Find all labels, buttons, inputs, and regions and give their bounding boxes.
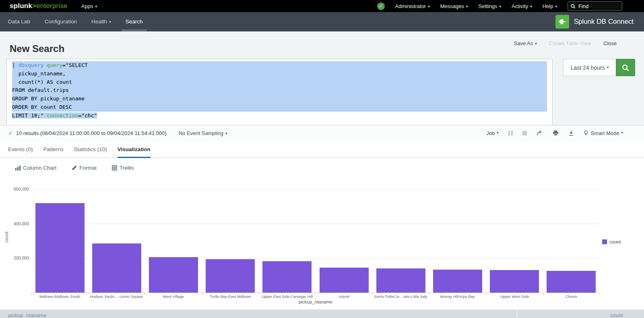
search-icon	[621, 64, 630, 72]
chevron-down-icon: ▾	[499, 4, 501, 8]
print-button[interactable]	[553, 130, 559, 136]
splunk-enterprise-logo[interactable]: splunk>enterprise	[10, 2, 68, 10]
x-category-label: Upper East Side-Carnegie Hill	[259, 294, 316, 299]
health-status-icon[interactable]: ✓	[377, 2, 385, 10]
export-button[interactable]	[568, 130, 574, 136]
logo-splunk-text: splunk	[10, 2, 32, 10]
column-chart-button[interactable]: Column Chart	[15, 165, 56, 171]
chevron-down-icon: ▾	[497, 131, 499, 135]
job-menu-button[interactable]: Job▾	[486, 130, 499, 136]
nav-item-label: Data Lab	[8, 19, 30, 25]
x-tick-mark	[372, 293, 373, 295]
nav-item-configuration[interactable]: Configuration	[45, 12, 77, 31]
app-navbar: Data LabConfigurationHealth▾Search Splun…	[0, 12, 644, 31]
x-category-label: Murray Hill-Kips Bay	[429, 294, 486, 299]
chart-bar-upper-east-side-carnegie-hill[interactable]	[262, 261, 312, 293]
chart-legend[interactable]: count	[602, 239, 621, 244]
nav-item-data-lab[interactable]: Data Lab	[8, 12, 30, 31]
query-line-1: | dbxquery query="SELECT	[7, 61, 552, 70]
chart-bar-turtle-bay-east-midtown[interactable]	[206, 259, 255, 293]
query-line-2: pickup_ntaname,	[7, 70, 552, 78]
x-category-label: Upper West Side	[486, 294, 543, 299]
close-button[interactable]: Close	[603, 40, 617, 46]
query-selection: LIMIT 10;" connection="chc"	[12, 112, 97, 118]
column-chart-icon	[15, 165, 21, 170]
query-token: count(*) AS count	[12, 79, 72, 85]
chart-bar-midtown-midtown-south[interactable]	[35, 203, 85, 293]
chart-bar-airport[interactable]	[320, 268, 369, 293]
chart-bar-upper-west-side[interactable]	[490, 270, 539, 293]
chevron-down-icon: ▾	[428, 4, 430, 8]
menu-help[interactable]: Help▾	[543, 3, 557, 9]
query-token: FROM default.trips	[12, 87, 69, 93]
find-search-box[interactable]	[568, 1, 622, 11]
stop-button[interactable]	[522, 131, 527, 135]
tab-statistics-10[interactable]: Statistics (10)	[74, 141, 107, 158]
statistics-table-header: pickup_ntaname count	[0, 310, 644, 318]
chevron-down-icon: ▾	[95, 4, 97, 8]
chevron-down-icon: ▾	[530, 4, 532, 8]
save-as-button[interactable]: Save As▾	[514, 40, 537, 46]
x-tick-mark	[316, 293, 316, 295]
tab-patterns[interactable]: Patterns	[43, 141, 64, 158]
close-label: Close	[603, 40, 617, 46]
x-axis-title: pickup_ntaname	[31, 299, 600, 304]
stop-icon	[522, 131, 527, 135]
menu-administrator-label: Administrator	[395, 3, 426, 9]
search-submit-button[interactable]	[616, 59, 635, 76]
topbar: splunk>enterprise Apps▾ ✓ Administrator▾…	[0, 0, 644, 12]
query-token: query	[47, 62, 62, 68]
app-identity[interactable]: Splunk DB Connect	[555, 15, 634, 29]
table-header-count[interactable]: count	[517, 310, 644, 318]
chart-bar-west-village[interactable]	[149, 257, 198, 293]
menu-administrator[interactable]: Administrator▾	[395, 3, 430, 9]
time-range-label: Last 24 hours	[571, 64, 605, 71]
apps-menu[interactable]: Apps▾	[81, 3, 97, 9]
logo-arrow: >	[32, 2, 36, 10]
share-icon	[537, 130, 543, 136]
query-token: ORDER BY count DESC	[12, 104, 72, 110]
event-sampling-dropdown[interactable]: No Event Sampling▾	[179, 130, 227, 136]
trellis-button[interactable]: Trellis	[112, 165, 134, 171]
format-button[interactable]: Format	[72, 165, 97, 171]
chart-bar-murray-hill-kips-bay[interactable]	[433, 270, 482, 293]
time-range-picker[interactable]: Last 24 hours▾	[563, 59, 616, 76]
share-button[interactable]	[537, 130, 543, 136]
x-tick-mark	[259, 293, 259, 295]
nav-item-label: Search	[126, 19, 143, 25]
menu-messages[interactable]: Messages▾	[440, 3, 468, 9]
viz-controls: Column ChartFormatTrellis	[0, 158, 644, 177]
app-nav-items: Data LabConfigurationHealth▾Search	[8, 12, 142, 31]
query-line-5: GROUP BY pickup_ntaname	[7, 95, 552, 103]
pencil-icon	[72, 165, 77, 170]
y-axis-title: count	[4, 225, 9, 249]
query-line-7: LIMIT 10;" connection="chc"	[7, 112, 552, 120]
chevron-down-icon: ▾	[225, 131, 227, 135]
chevron-down-icon: ▾	[466, 4, 468, 8]
create-table-view-label: Create Table View	[549, 40, 591, 46]
nav-item-search[interactable]: Search	[126, 12, 143, 31]
pause-button[interactable]	[508, 131, 513, 135]
apps-menu-label: Apps	[81, 3, 93, 9]
x-tick-mark	[486, 293, 487, 295]
y-tick-label: 600,000	[8, 187, 29, 191]
tab-events-0[interactable]: Events (0)	[8, 141, 33, 158]
chart-bar-hudson-yards-union-square[interactable]	[92, 243, 141, 293]
tab-visualization[interactable]: Visualization	[118, 141, 151, 158]
x-tick-mark	[202, 293, 202, 295]
chart-bar-clinton[interactable]	[547, 271, 596, 293]
menu-activity[interactable]: Activity▾	[512, 3, 532, 9]
job-status-area: ✓ 10 results (08/04/2024 11:00:00.000 to…	[8, 125, 227, 141]
menu-activity-label: Activity	[512, 3, 528, 9]
chart-bar-soho-tribeca-nter-little-italy[interactable]	[376, 268, 425, 293]
search-mode-selector[interactable]: Smart Mode▾	[584, 130, 623, 136]
nav-item-health[interactable]: Health▾	[91, 12, 111, 31]
nav-item-label: Health	[91, 19, 107, 25]
search-query-input[interactable]: | dbxquery query="SELECT pickup_ntaname,…	[6, 59, 553, 125]
query-token: dbxquery	[19, 62, 44, 68]
find-search-input[interactable]	[578, 3, 614, 10]
menu-settings[interactable]: Settings▾	[479, 3, 502, 9]
query-token	[43, 62, 47, 68]
topbar-right-menus: ✓ Administrator▾Messages▾Settings▾Activi…	[377, 0, 622, 12]
table-header-pickup-ntaname[interactable]: pickup_ntaname	[0, 310, 517, 318]
